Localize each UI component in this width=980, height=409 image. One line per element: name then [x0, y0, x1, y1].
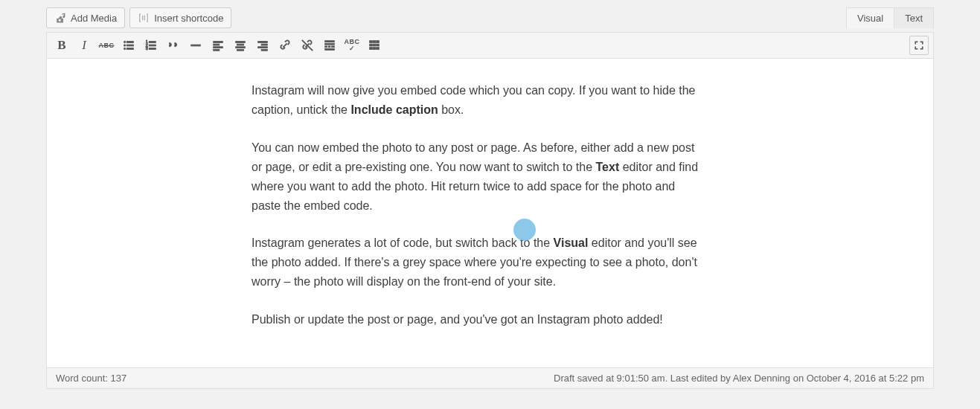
editor-status-bar: Word count: 137 Draft saved at 9:01:50 a…	[47, 367, 933, 388]
editor-toolbar: B I ABC 123 ABC✓	[47, 33, 933, 59]
svg-rect-4	[126, 45, 133, 46]
link-button[interactable]	[275, 35, 295, 56]
svg-rect-11	[149, 48, 156, 50]
blockquote-button[interactable]	[163, 35, 184, 56]
tab-text[interactable]: Text	[894, 8, 933, 28]
link-icon	[278, 39, 292, 52]
svg-rect-39	[377, 48, 379, 50]
svg-rect-22	[261, 44, 267, 45]
shortcode-icon	[138, 12, 150, 24]
svg-point-2	[124, 48, 125, 49]
kitchen-sink-icon	[368, 39, 381, 52]
svg-rect-34	[370, 44, 373, 46]
spellcheck-icon: ABC✓	[345, 39, 360, 52]
editor-container: B I ABC 123 ABC✓ Instagram will now gi	[46, 32, 934, 389]
paragraph: Instagram will now give you embed code w…	[252, 81, 707, 120]
horizontal-rule-button[interactable]	[185, 35, 206, 56]
numbered-list-button[interactable]: 123	[141, 35, 161, 56]
svg-rect-32	[373, 41, 376, 43]
paragraph: Instagram generates a lot of code, but s…	[252, 234, 707, 292]
svg-rect-36	[377, 44, 379, 46]
svg-rect-25	[325, 41, 335, 42]
svg-rect-30	[325, 49, 335, 51]
svg-rect-26	[325, 43, 335, 45]
bold-button[interactable]: B	[51, 35, 72, 56]
bold-icon: B	[57, 38, 65, 53]
tab-visual[interactable]: Visual	[847, 8, 894, 28]
add-media-button[interactable]: Add Media	[46, 7, 125, 28]
svg-rect-31	[370, 41, 373, 43]
add-media-label: Add Media	[71, 13, 117, 24]
svg-rect-18	[237, 44, 244, 45]
svg-text:3: 3	[146, 46, 148, 51]
svg-rect-16	[214, 49, 220, 51]
svg-rect-24	[261, 49, 267, 51]
svg-point-0	[124, 41, 125, 42]
align-center-button[interactable]	[230, 35, 251, 56]
draft-save-info: Draft saved at 9:01:50 am. Last edited b…	[554, 373, 924, 384]
svg-rect-33	[377, 41, 379, 43]
strikethrough-button[interactable]: ABC	[96, 35, 117, 56]
svg-rect-38	[373, 48, 376, 50]
svg-rect-20	[237, 49, 244, 51]
editor-content-area[interactable]: Instagram will now give you embed code w…	[47, 59, 933, 367]
paragraph: Publish or update the post or page, and …	[252, 310, 707, 329]
unlink-icon	[301, 39, 314, 52]
word-count: Word count: 137	[56, 373, 126, 384]
svg-rect-21	[258, 42, 268, 43]
quote-icon	[167, 39, 180, 52]
svg-rect-35	[373, 44, 376, 46]
svg-point-1	[124, 45, 125, 46]
svg-rect-28	[328, 46, 330, 48]
insert-shortcode-button[interactable]: Insert shortcode	[129, 7, 231, 28]
svg-rect-14	[214, 44, 220, 45]
svg-rect-9	[149, 42, 156, 43]
ul-icon	[122, 39, 135, 52]
editor-content: Instagram will now give you embed code w…	[252, 81, 707, 329]
hr-icon	[189, 39, 202, 52]
editor-mode-tabs: Visual Text	[846, 7, 934, 28]
toolbar-toggle-button[interactable]	[364, 35, 385, 56]
svg-rect-13	[214, 42, 223, 43]
italic-icon: I	[82, 38, 86, 53]
align-right-button[interactable]	[252, 35, 273, 56]
camera-music-icon	[54, 12, 66, 24]
italic-button[interactable]: I	[74, 35, 95, 56]
align-left-icon	[211, 39, 225, 52]
spellcheck-button[interactable]: ABC✓	[342, 35, 362, 56]
editor-top-row: Add Media Insert shortcode Visual Text	[46, 7, 934, 28]
align-right-icon	[256, 39, 269, 52]
ol-icon: 123	[144, 39, 158, 52]
svg-rect-10	[149, 45, 156, 46]
svg-rect-3	[126, 42, 133, 43]
read-more-button[interactable]	[319, 35, 340, 56]
svg-rect-15	[214, 47, 223, 48]
svg-rect-23	[258, 47, 268, 48]
svg-rect-27	[325, 46, 327, 48]
unlink-button[interactable]	[297, 35, 318, 56]
align-left-button[interactable]	[208, 35, 228, 56]
svg-rect-37	[370, 48, 373, 50]
svg-rect-12	[191, 45, 201, 46]
paragraph: You can now embed the photo to any post …	[252, 138, 707, 216]
media-buttons: Add Media Insert shortcode	[46, 7, 231, 28]
svg-rect-29	[332, 46, 335, 48]
svg-rect-5	[126, 48, 133, 50]
align-center-icon	[234, 39, 247, 52]
bulleted-list-button[interactable]	[118, 35, 139, 56]
insert-shortcode-label: Insert shortcode	[154, 13, 223, 24]
fullscreen-button[interactable]	[909, 36, 929, 55]
fullscreen-icon	[913, 39, 925, 51]
strikethrough-icon: ABC	[99, 42, 115, 49]
read-more-icon	[323, 39, 336, 52]
svg-rect-19	[236, 47, 246, 48]
svg-rect-17	[236, 42, 246, 43]
